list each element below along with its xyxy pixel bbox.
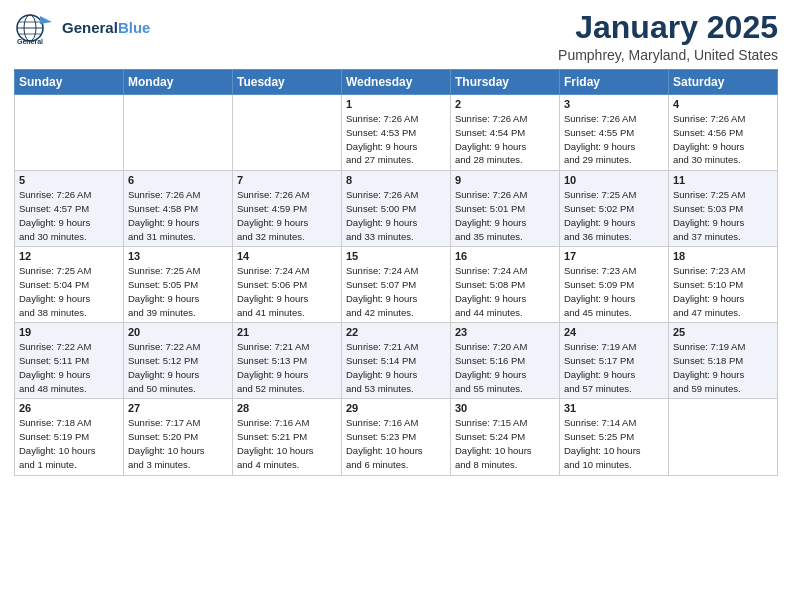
week-row-4: 26Sunrise: 7:18 AM Sunset: 5:19 PM Dayli… <box>15 399 778 475</box>
cell-w2-d2: 14Sunrise: 7:24 AM Sunset: 5:06 PM Dayli… <box>233 247 342 323</box>
day-number: 24 <box>564 326 664 338</box>
day-info: Sunrise: 7:23 AM Sunset: 5:10 PM Dayligh… <box>673 264 773 319</box>
day-number: 7 <box>237 174 337 186</box>
day-info: Sunrise: 7:20 AM Sunset: 5:16 PM Dayligh… <box>455 340 555 395</box>
day-number: 9 <box>455 174 555 186</box>
logo-icon: General <box>14 10 58 46</box>
header-friday: Friday <box>560 70 669 95</box>
day-info: Sunrise: 7:26 AM Sunset: 5:01 PM Dayligh… <box>455 188 555 243</box>
cell-w3-d2: 21Sunrise: 7:21 AM Sunset: 5:13 PM Dayli… <box>233 323 342 399</box>
cell-w2-d4: 16Sunrise: 7:24 AM Sunset: 5:08 PM Dayli… <box>451 247 560 323</box>
day-info: Sunrise: 7:16 AM Sunset: 5:21 PM Dayligh… <box>237 416 337 471</box>
page: General GeneralBlue January 2025 Pumphre… <box>0 0 792 612</box>
cell-w4-d1: 27Sunrise: 7:17 AM Sunset: 5:20 PM Dayli… <box>124 399 233 475</box>
day-number: 27 <box>128 402 228 414</box>
day-info: Sunrise: 7:21 AM Sunset: 5:14 PM Dayligh… <box>346 340 446 395</box>
day-number: 15 <box>346 250 446 262</box>
day-info: Sunrise: 7:26 AM Sunset: 4:57 PM Dayligh… <box>19 188 119 243</box>
day-number: 3 <box>564 98 664 110</box>
cell-w1-d4: 9Sunrise: 7:26 AM Sunset: 5:01 PM Daylig… <box>451 171 560 247</box>
svg-marker-5 <box>40 16 52 24</box>
week-row-0: 1Sunrise: 7:26 AM Sunset: 4:53 PM Daylig… <box>15 95 778 171</box>
cell-w4-d5: 31Sunrise: 7:14 AM Sunset: 5:25 PM Dayli… <box>560 399 669 475</box>
day-number: 6 <box>128 174 228 186</box>
cell-w0-d6: 4Sunrise: 7:26 AM Sunset: 4:56 PM Daylig… <box>669 95 778 171</box>
day-info: Sunrise: 7:26 AM Sunset: 4:53 PM Dayligh… <box>346 112 446 167</box>
cell-w4-d3: 29Sunrise: 7:16 AM Sunset: 5:23 PM Dayli… <box>342 399 451 475</box>
cell-w2-d6: 18Sunrise: 7:23 AM Sunset: 5:10 PM Dayli… <box>669 247 778 323</box>
location-title: Pumphrey, Maryland, United States <box>558 47 778 63</box>
day-info: Sunrise: 7:25 AM Sunset: 5:04 PM Dayligh… <box>19 264 119 319</box>
cell-w1-d0: 5Sunrise: 7:26 AM Sunset: 4:57 PM Daylig… <box>15 171 124 247</box>
day-info: Sunrise: 7:25 AM Sunset: 5:02 PM Dayligh… <box>564 188 664 243</box>
logo: General GeneralBlue <box>14 10 150 46</box>
day-info: Sunrise: 7:19 AM Sunset: 5:18 PM Dayligh… <box>673 340 773 395</box>
day-number: 23 <box>455 326 555 338</box>
header-thursday: Thursday <box>451 70 560 95</box>
calendar: Sunday Monday Tuesday Wednesday Thursday… <box>14 69 778 475</box>
logo-blue: Blue <box>118 19 151 36</box>
day-number: 29 <box>346 402 446 414</box>
day-info: Sunrise: 7:25 AM Sunset: 5:05 PM Dayligh… <box>128 264 228 319</box>
cell-w0-d5: 3Sunrise: 7:26 AM Sunset: 4:55 PM Daylig… <box>560 95 669 171</box>
day-number: 5 <box>19 174 119 186</box>
cell-w1-d1: 6Sunrise: 7:26 AM Sunset: 4:58 PM Daylig… <box>124 171 233 247</box>
day-number: 17 <box>564 250 664 262</box>
cell-w2-d3: 15Sunrise: 7:24 AM Sunset: 5:07 PM Dayli… <box>342 247 451 323</box>
cell-w0-d0 <box>15 95 124 171</box>
cell-w2-d5: 17Sunrise: 7:23 AM Sunset: 5:09 PM Dayli… <box>560 247 669 323</box>
title-area: January 2025 Pumphrey, Maryland, United … <box>558 10 778 63</box>
header-wednesday: Wednesday <box>342 70 451 95</box>
day-number: 22 <box>346 326 446 338</box>
cell-w3-d0: 19Sunrise: 7:22 AM Sunset: 5:11 PM Dayli… <box>15 323 124 399</box>
day-info: Sunrise: 7:26 AM Sunset: 4:56 PM Dayligh… <box>673 112 773 167</box>
week-row-2: 12Sunrise: 7:25 AM Sunset: 5:04 PM Dayli… <box>15 247 778 323</box>
day-info: Sunrise: 7:26 AM Sunset: 4:55 PM Dayligh… <box>564 112 664 167</box>
day-info: Sunrise: 7:15 AM Sunset: 5:24 PM Dayligh… <box>455 416 555 471</box>
cell-w3-d1: 20Sunrise: 7:22 AM Sunset: 5:12 PM Dayli… <box>124 323 233 399</box>
day-info: Sunrise: 7:16 AM Sunset: 5:23 PM Dayligh… <box>346 416 446 471</box>
day-info: Sunrise: 7:24 AM Sunset: 5:08 PM Dayligh… <box>455 264 555 319</box>
day-info: Sunrise: 7:26 AM Sunset: 4:59 PM Dayligh… <box>237 188 337 243</box>
day-info: Sunrise: 7:26 AM Sunset: 5:00 PM Dayligh… <box>346 188 446 243</box>
cell-w0-d1 <box>124 95 233 171</box>
day-info: Sunrise: 7:26 AM Sunset: 4:54 PM Dayligh… <box>455 112 555 167</box>
day-number: 21 <box>237 326 337 338</box>
cell-w3-d3: 22Sunrise: 7:21 AM Sunset: 5:14 PM Dayli… <box>342 323 451 399</box>
day-number: 13 <box>128 250 228 262</box>
day-info: Sunrise: 7:17 AM Sunset: 5:20 PM Dayligh… <box>128 416 228 471</box>
cell-w3-d4: 23Sunrise: 7:20 AM Sunset: 5:16 PM Dayli… <box>451 323 560 399</box>
day-info: Sunrise: 7:21 AM Sunset: 5:13 PM Dayligh… <box>237 340 337 395</box>
cell-w4-d6 <box>669 399 778 475</box>
cell-w3-d6: 25Sunrise: 7:19 AM Sunset: 5:18 PM Dayli… <box>669 323 778 399</box>
cell-w1-d5: 10Sunrise: 7:25 AM Sunset: 5:02 PM Dayli… <box>560 171 669 247</box>
day-number: 19 <box>19 326 119 338</box>
day-number: 4 <box>673 98 773 110</box>
day-number: 14 <box>237 250 337 262</box>
cell-w0-d2 <box>233 95 342 171</box>
cell-w1-d6: 11Sunrise: 7:25 AM Sunset: 5:03 PM Dayli… <box>669 171 778 247</box>
header-monday: Monday <box>124 70 233 95</box>
cell-w3-d5: 24Sunrise: 7:19 AM Sunset: 5:17 PM Dayli… <box>560 323 669 399</box>
day-number: 25 <box>673 326 773 338</box>
cell-w0-d3: 1Sunrise: 7:26 AM Sunset: 4:53 PM Daylig… <box>342 95 451 171</box>
cell-w1-d2: 7Sunrise: 7:26 AM Sunset: 4:59 PM Daylig… <box>233 171 342 247</box>
header-sunday: Sunday <box>15 70 124 95</box>
header-tuesday: Tuesday <box>233 70 342 95</box>
logo-text-area: GeneralBlue <box>62 20 150 37</box>
cell-w2-d1: 13Sunrise: 7:25 AM Sunset: 5:05 PM Dayli… <box>124 247 233 323</box>
day-number: 11 <box>673 174 773 186</box>
day-info: Sunrise: 7:18 AM Sunset: 5:19 PM Dayligh… <box>19 416 119 471</box>
weekday-header-row: Sunday Monday Tuesday Wednesday Thursday… <box>15 70 778 95</box>
week-row-1: 5Sunrise: 7:26 AM Sunset: 4:57 PM Daylig… <box>15 171 778 247</box>
cell-w4-d2: 28Sunrise: 7:16 AM Sunset: 5:21 PM Dayli… <box>233 399 342 475</box>
header: General GeneralBlue January 2025 Pumphre… <box>14 10 778 63</box>
day-number: 26 <box>19 402 119 414</box>
day-info: Sunrise: 7:26 AM Sunset: 4:58 PM Dayligh… <box>128 188 228 243</box>
cell-w2-d0: 12Sunrise: 7:25 AM Sunset: 5:04 PM Dayli… <box>15 247 124 323</box>
cell-w0-d4: 2Sunrise: 7:26 AM Sunset: 4:54 PM Daylig… <box>451 95 560 171</box>
header-saturday: Saturday <box>669 70 778 95</box>
cell-w4-d0: 26Sunrise: 7:18 AM Sunset: 5:19 PM Dayli… <box>15 399 124 475</box>
day-info: Sunrise: 7:14 AM Sunset: 5:25 PM Dayligh… <box>564 416 664 471</box>
day-info: Sunrise: 7:22 AM Sunset: 5:12 PM Dayligh… <box>128 340 228 395</box>
